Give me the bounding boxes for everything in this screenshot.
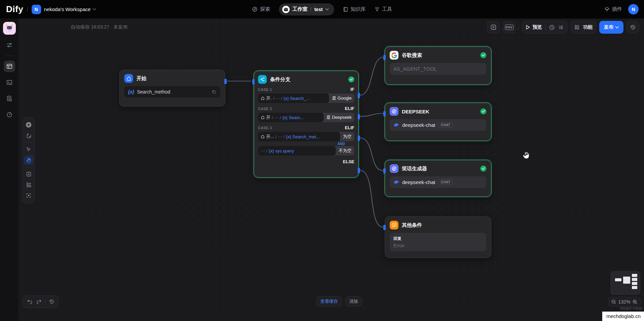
checklist-icon <box>558 25 564 30</box>
redo-button[interactable] <box>36 299 42 304</box>
rail-monitoring-button[interactable] <box>4 109 15 120</box>
preview-group: 预览 <box>522 21 568 34</box>
zoom-controls: 132% <box>608 297 641 307</box>
target-handle[interactable] <box>383 111 386 116</box>
zoom-in-icon <box>632 299 638 305</box>
success-badge-icon <box>348 76 354 82</box>
preview-button[interactable]: 预览 <box>526 24 542 30</box>
nav-tools[interactable]: 工具 <box>375 6 392 12</box>
fit-view-button[interactable] <box>24 191 33 200</box>
target-handle[interactable] <box>383 168 386 174</box>
condition-row[interactable]: 开 / ⋯ / {x} Searc... 是 Deepseek <box>258 113 354 122</box>
variable-inspect-button[interactable] <box>487 21 500 33</box>
node-answer[interactable]: 其他条件 回复 Error <box>385 216 491 258</box>
copy-icon[interactable] <box>212 90 217 95</box>
target-handle[interactable] <box>383 55 386 60</box>
clear-cache-button[interactable]: 清除 <box>345 296 362 307</box>
nav-studio-active[interactable]: 工作室 / test <box>279 3 334 15</box>
rail-terminal-button[interactable] <box>4 77 15 88</box>
plus-circle-icon <box>25 121 32 128</box>
export-button[interactable] <box>24 169 33 179</box>
minimap[interactable] <box>611 271 640 295</box>
node-title: 笑话生成器 <box>402 166 427 172</box>
zoom-out-button[interactable] <box>611 299 616 305</box>
condition-row[interactable]: 开. / ⋯ / {x} Search_... 是 Google <box>258 94 354 103</box>
rail-logs-button[interactable] <box>4 93 15 104</box>
dify-logo[interactable]: Dify <box>6 4 23 14</box>
canvas-toolbar: ENV 预览 功能 发布 <box>487 21 639 34</box>
rail-orchestrate-button[interactable] <box>4 61 15 72</box>
gauge-icon <box>6 112 12 118</box>
rail-divider <box>5 56 14 56</box>
home-icon <box>261 115 265 119</box>
source-handle-elif1[interactable] <box>358 114 360 119</box>
brand-watermark: mechdoglab.cn <box>602 312 644 321</box>
undo-button[interactable] <box>27 299 33 304</box>
minimap-node <box>623 277 630 284</box>
canvas-control-panel <box>23 117 35 203</box>
workspace-avatar[interactable]: N <box>32 5 41 14</box>
cursor-icon <box>26 147 31 152</box>
model-row[interactable]: deepseek-chat CHAT <box>390 119 486 131</box>
orchestrate-icon <box>6 63 12 69</box>
and-connector: AND <box>258 141 354 146</box>
nav-explore[interactable]: 探索 <box>252 6 270 12</box>
node-title: DEEPSEEK <box>402 109 429 114</box>
llm-icon <box>390 107 398 116</box>
add-note-button[interactable] <box>24 131 33 140</box>
version-history-button[interactable] <box>626 21 639 33</box>
node-google-search[interactable]: 谷歌搜索 AS_AGENT_TOOL <box>385 46 491 85</box>
node-body: AS_AGENT_TOOL <box>390 63 486 75</box>
source-handle-elif2[interactable] <box>358 136 360 141</box>
source-handle[interactable] <box>224 79 227 84</box>
home-icon <box>261 135 265 139</box>
source-handle-if[interactable] <box>358 93 360 98</box>
organize-blocks-button[interactable] <box>24 180 33 189</box>
hand-mode-button[interactable] <box>24 155 33 165</box>
node-deepseek[interactable]: DEEPSEEK deepseek-chat CHAT <box>385 103 491 141</box>
start-variable-row[interactable]: {x} Search_method <box>124 86 220 98</box>
main-nav: 探索 工作室 / test 知识库 工具 <box>252 0 392 19</box>
env-variables-button[interactable]: ENV <box>503 21 516 33</box>
features-button[interactable]: 功能 <box>571 21 596 34</box>
top-bar: Dify / N nekoda's Workspace 探索 工作室 / tes… <box>0 0 644 19</box>
plugins-button[interactable]: 插件 <box>604 6 622 12</box>
minimap-node <box>615 278 621 281</box>
chevron-down-icon[interactable] <box>93 8 96 10</box>
zoom-level[interactable]: 132% <box>618 299 631 305</box>
node-joke-generator[interactable]: 笑话生成器 deepseek-chat CHAT <box>385 160 491 197</box>
checklist-button[interactable] <box>558 25 564 30</box>
workspace-name[interactable]: nekoda's Workspace <box>44 6 91 12</box>
publish-button[interactable]: 发布 <box>599 21 623 34</box>
model-row[interactable]: deepseek-chat CHAT <box>390 176 486 188</box>
view-cache-button[interactable]: 查看缓存 <box>316 296 342 307</box>
ifelse-icon <box>258 75 267 84</box>
user-avatar[interactable]: N <box>628 4 639 14</box>
dify-workflow-app: Dify / N nekoda's Workspace 探索 工作室 / tes… <box>0 0 644 321</box>
history-icon <box>630 24 636 30</box>
source-handle-else[interactable] <box>358 168 360 173</box>
zoom-in-button[interactable] <box>632 299 638 305</box>
nav-knowledge[interactable]: 知识库 <box>343 6 366 12</box>
undo-icon <box>27 299 33 304</box>
chat-badge: CHAT <box>438 122 453 128</box>
home-icon <box>124 74 133 83</box>
target-handle[interactable] <box>252 79 255 84</box>
current-app-name[interactable]: test <box>314 7 323 12</box>
condition-row[interactable]: ⋯ / {x} sys.query 不为空 <box>258 146 354 155</box>
condition-row[interactable]: 开... / ⋯ / {x} Search_met... 为空 <box>258 132 354 141</box>
rail-settings-button[interactable] <box>4 39 15 51</box>
history-controls <box>23 295 59 308</box>
pointer-mode-button[interactable] <box>24 145 33 154</box>
node-start[interactable]: 开始 {x} Search_method <box>119 70 225 107</box>
node-ifelse[interactable]: 条件分支 CASE 1 IF 开. / ⋯ / {x} Search_... 是… <box>254 71 359 178</box>
target-handle[interactable] <box>383 225 386 230</box>
variable-inspect-icon <box>490 24 496 30</box>
change-history-button[interactable] <box>49 299 55 305</box>
chevron-down-icon <box>615 26 619 29</box>
run-history-button[interactable] <box>549 25 555 30</box>
add-node-button[interactable] <box>24 120 33 130</box>
hand-icon <box>26 157 32 163</box>
organize-icon <box>26 182 32 188</box>
app-icon[interactable] <box>3 22 16 35</box>
